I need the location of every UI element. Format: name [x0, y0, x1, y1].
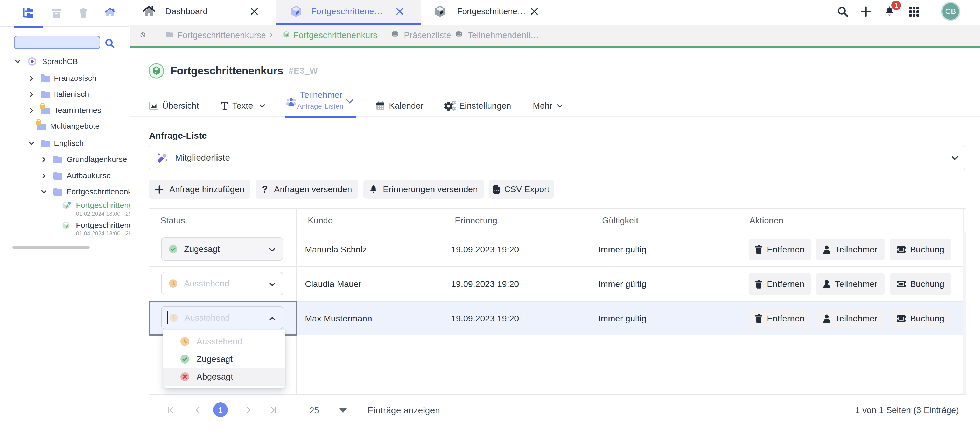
svg-text:CSV: CSV [494, 190, 499, 192]
